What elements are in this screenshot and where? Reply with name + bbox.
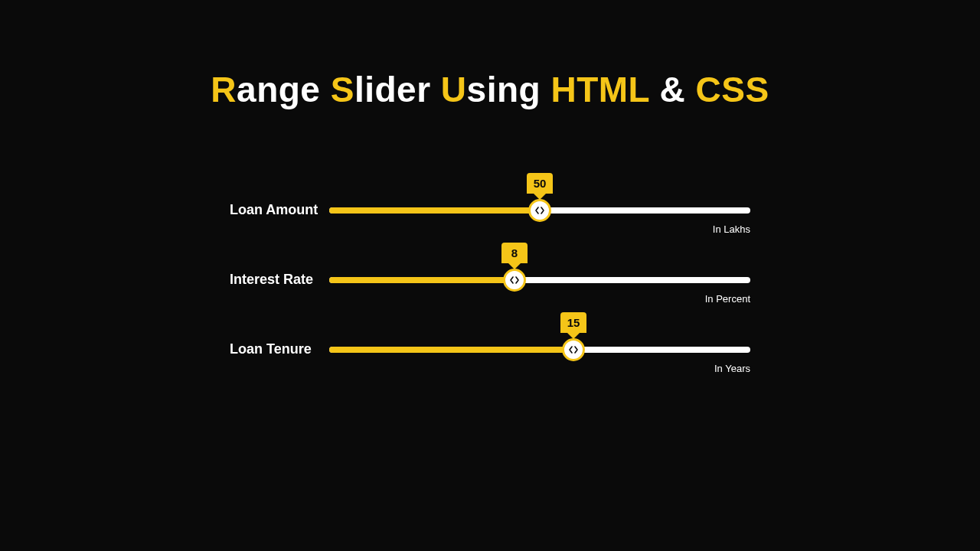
slider-track[interactable]: 50 [329, 207, 750, 214]
slider-label: Loan Amount [230, 202, 329, 218]
slider-track-fill [329, 277, 514, 283]
slider-track-fill [329, 207, 540, 214]
slider-track-fill [329, 347, 573, 353]
drag-handle-icon [569, 345, 578, 354]
slider-thumb[interactable] [562, 338, 585, 361]
slider-label: Interest Rate [230, 272, 329, 288]
slider-unit: In Percent [705, 293, 750, 305]
slider-value-badge: 50 [527, 173, 553, 194]
slider-thumb[interactable] [503, 269, 526, 292]
slider-interest-rate: Interest Rate 8 In Percent [230, 272, 750, 288]
slider-label: Loan Tenure [230, 341, 329, 357]
drag-handle-icon [535, 206, 544, 215]
slider-unit: In Lakhs [713, 223, 750, 235]
slider-value-badge: 8 [501, 243, 528, 263]
slider-thumb[interactable] [528, 199, 551, 222]
slider-track[interactable]: 8 [329, 277, 750, 283]
slider-track[interactable]: 15 [329, 347, 750, 353]
drag-handle-icon [510, 276, 519, 285]
page-title: Range Slider Using HTML & CSS [211, 69, 769, 110]
slider-group: Loan Amount 50 In Lakhs Interest Rate 8 [230, 202, 750, 357]
slider-value-badge: 15 [560, 312, 586, 333]
slider-loan-amount: Loan Amount 50 In Lakhs [230, 202, 750, 218]
slider-loan-tenure: Loan Tenure 15 In Years [230, 341, 750, 357]
slider-unit: In Years [714, 363, 750, 374]
